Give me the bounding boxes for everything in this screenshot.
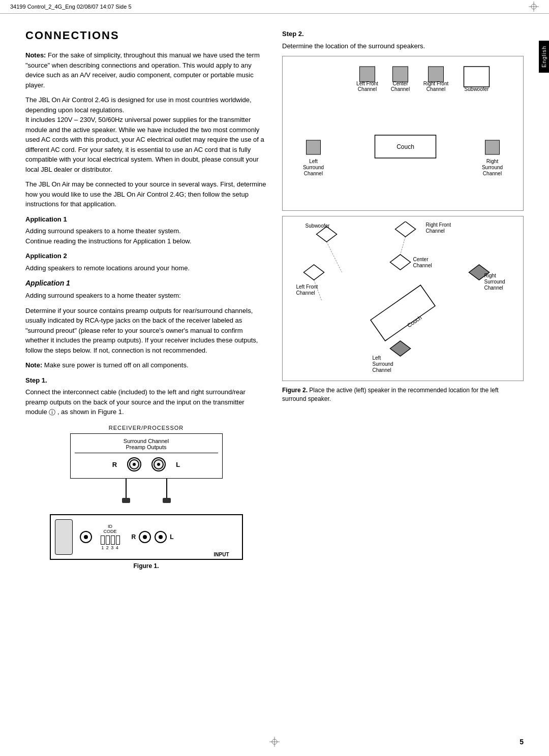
para2-text: The JBL On Air Control 2.4G is designed … bbox=[25, 95, 267, 174]
svg-point-6 bbox=[157, 463, 160, 466]
app1-heading: Application 1 bbox=[25, 214, 267, 225]
svg-rect-21 bbox=[393, 67, 408, 82]
svg-text:Channel: Channel bbox=[358, 86, 377, 92]
app1-main-heading: Application 1 bbox=[25, 278, 267, 289]
figure2-bold: Figure 2. bbox=[282, 387, 308, 394]
switch-1 bbox=[101, 536, 105, 545]
app1-text: Adding surround speakers to a home theat… bbox=[25, 226, 267, 246]
surround-label: Surround Channel Preamp Outputs bbox=[75, 438, 218, 453]
main-content: CONNECTIONS Notes: For the sake of simpl… bbox=[0, 14, 549, 585]
svg-marker-42 bbox=[390, 255, 411, 270]
note-paragraph: Note: Make sure power is turned off on a… bbox=[25, 360, 267, 370]
svg-text:Right: Right bbox=[486, 159, 499, 164]
svg-rect-18 bbox=[360, 67, 375, 82]
svg-text:Center: Center bbox=[392, 81, 408, 86]
svg-text:Surround: Surround bbox=[482, 165, 503, 170]
svg-line-58 bbox=[327, 242, 342, 272]
svg-text:Channel: Channel bbox=[373, 367, 391, 373]
page-number: 5 bbox=[520, 738, 524, 746]
page-title: CONNECTIONS bbox=[25, 29, 267, 42]
step1-icon: ⓘ bbox=[49, 408, 57, 416]
svg-text:Channel: Channel bbox=[426, 228, 445, 234]
switch-3 bbox=[111, 536, 115, 545]
svg-text:Channel: Channel bbox=[426, 86, 445, 92]
svg-text:Surround: Surround bbox=[484, 279, 505, 285]
svg-text:Channel: Channel bbox=[483, 171, 502, 176]
rca-icon-l bbox=[153, 459, 164, 470]
diagram2-svg: Subwoofer Right Front Channel Center Cha… bbox=[288, 222, 518, 374]
step2-text: Determine the location of the surround s… bbox=[282, 41, 524, 51]
notes-bold-label: Notes: bbox=[25, 51, 46, 59]
switch-4 bbox=[116, 536, 120, 545]
svg-rect-24 bbox=[429, 67, 444, 82]
svg-text:Subwoofer: Subwoofer bbox=[306, 223, 330, 229]
svg-text:Channel: Channel bbox=[391, 86, 410, 92]
subwoofer-label: Subwoofer bbox=[465, 86, 489, 92]
input-jack-r bbox=[138, 530, 151, 544]
switch-numbers: 1 2 3 4 bbox=[101, 545, 119, 550]
step1-heading: Step 1. bbox=[25, 375, 267, 386]
svg-rect-29 bbox=[307, 140, 321, 154]
svg-marker-37 bbox=[317, 227, 337, 242]
svg-text:Right Front: Right Front bbox=[426, 222, 451, 228]
app1-para: Determine if your source contains preamp… bbox=[25, 306, 267, 356]
svg-rect-10 bbox=[163, 498, 171, 503]
svg-text:Left Front: Left Front bbox=[296, 284, 318, 290]
left-column: CONNECTIONS Notes: For the sake of simpl… bbox=[25, 29, 267, 570]
svg-text:Left Front: Left Front bbox=[356, 81, 378, 86]
svg-rect-9 bbox=[122, 498, 130, 503]
rca-icon-r bbox=[129, 459, 140, 470]
svg-text:Channel: Channel bbox=[304, 171, 323, 176]
bottom-crosshair bbox=[269, 737, 280, 748]
notes-paragraph: Notes: For the sake of simplicity, throu… bbox=[25, 50, 267, 90]
input-section: R L bbox=[132, 530, 174, 544]
figure1-label: Figure 1. bbox=[133, 562, 159, 570]
notes-text: For the sake of simplicity, throughout t… bbox=[25, 51, 260, 89]
id-code-section: ID CODE 1 2 3 4 bbox=[101, 524, 120, 550]
app2-text: Adding speakers to remote locations arou… bbox=[25, 263, 267, 273]
svg-marker-54 bbox=[390, 341, 411, 356]
crosshair-mark bbox=[529, 2, 539, 12]
svg-text:Couch: Couch bbox=[396, 143, 414, 150]
svg-text:Left: Left bbox=[373, 355, 381, 361]
input-l-label: L bbox=[170, 533, 173, 541]
l-label: L bbox=[176, 461, 180, 468]
svg-marker-45 bbox=[304, 265, 324, 280]
input-jack-l bbox=[154, 530, 167, 544]
svg-text:Channel: Channel bbox=[296, 290, 315, 296]
rca-jack-r bbox=[127, 457, 141, 471]
app1-main-text: Adding surround speakers to a home theat… bbox=[25, 291, 267, 301]
step1-text: Connect the interconnect cable (included… bbox=[25, 387, 267, 417]
input-r-label: R bbox=[132, 533, 136, 541]
code-switches bbox=[101, 536, 120, 545]
receiver-label: RECEIVER/PROCESSOR bbox=[109, 425, 184, 431]
transmitter-box: ID CODE 1 2 3 4 R bbox=[50, 514, 243, 560]
note-text: Make sure power is turned off on all com… bbox=[42, 361, 188, 369]
diagram2-container: Subwoofer Right Front Channel Center Cha… bbox=[282, 216, 524, 381]
preamp-row: R L bbox=[75, 457, 218, 471]
svg-marker-39 bbox=[395, 222, 416, 237]
rca-jack-l bbox=[151, 457, 166, 471]
svg-text:Channel: Channel bbox=[413, 263, 432, 268]
switch-2 bbox=[106, 536, 110, 545]
svg-point-4 bbox=[133, 463, 136, 466]
language-tab: English bbox=[539, 41, 549, 73]
svg-point-14 bbox=[143, 535, 147, 539]
svg-line-59 bbox=[401, 237, 406, 255]
svg-text:Channel: Channel bbox=[484, 285, 503, 291]
svg-rect-17 bbox=[464, 67, 490, 87]
header-text: 34199 Control_2_4G_Eng 02/08/07 14:07 Si… bbox=[10, 4, 132, 10]
cable-svg bbox=[70, 479, 223, 509]
figure2-text: Place the active (left) speaker in the r… bbox=[282, 387, 499, 402]
svg-text:Left: Left bbox=[309, 159, 318, 164]
input-jack bbox=[79, 530, 93, 544]
figure1-container: RECEIVER/PROCESSOR Surround Channel Prea… bbox=[25, 425, 267, 570]
svg-text:Center: Center bbox=[413, 257, 429, 262]
right-column: Step 2. Determine the location of the su… bbox=[282, 29, 524, 570]
svg-text:Right Front: Right Front bbox=[423, 81, 449, 86]
step2-heading: Step 2. bbox=[282, 29, 524, 39]
svg-text:Couch: Couch bbox=[406, 314, 423, 329]
input-label-text: INPUT bbox=[214, 552, 229, 557]
app2-heading: Application 2 bbox=[25, 251, 267, 261]
svg-text:Surround: Surround bbox=[373, 361, 393, 367]
